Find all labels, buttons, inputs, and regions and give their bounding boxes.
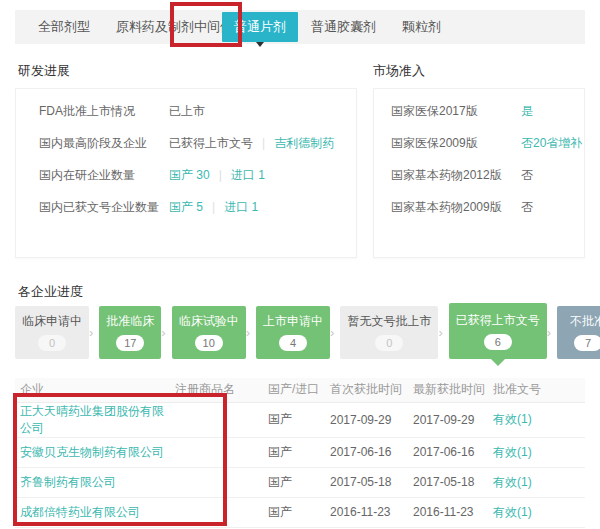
progress-step-wrap: 临床试验中 10 [161, 306, 245, 359]
company-link[interactable]: 成都倍特药业有限公司 [20, 505, 140, 519]
progress-step-count-badge: 0 [375, 335, 403, 351]
col-header-origin: 国产/进口 [268, 378, 330, 402]
in-research-imported-link[interactable]: 进口 1 [231, 167, 265, 184]
col-header-company: 企业 [15, 378, 175, 402]
latest-approval-cell: 2016-11-23 [413, 497, 493, 527]
license-link[interactable]: 有效(1) [493, 445, 532, 459]
first-approval-cell: 2016-11-23 [330, 497, 413, 527]
nrdl-2017-label: 国家医保2017版 [391, 103, 521, 120]
first-approval-cell: 2017-09-29 [330, 402, 413, 437]
licensed-imported-link[interactable]: 进口 1 [224, 199, 258, 216]
progress-step-wrap: 批准临床 17 [89, 306, 161, 359]
col-header-latest-approval: 最新获批时间 [413, 378, 493, 402]
eml-2009-value: 否 [521, 199, 533, 216]
rnd-progress-panel: FDA批准上市情况 已上市 国内最高阶段及企业 已获得上市文号 | 吉利德制药 … [15, 88, 357, 258]
dosage-form-tab[interactable]: 普通片剂 [222, 12, 298, 42]
nrdl-2009-value[interactable]: 否20省增补 [521, 135, 582, 152]
progress-step-count-badge: 0 [38, 335, 66, 351]
progress-step[interactable]: 临床试验中 10 [172, 306, 246, 359]
in-research-domestic-link[interactable]: 国产 30 [169, 167, 210, 184]
fda-status-row: FDA批准上市情况 已上市 [16, 95, 356, 127]
fda-status-value: 已上市 [169, 103, 205, 120]
table-row: 正大天晴药业集团股份有限公司 国产 2017-09-29 2017-09-29 … [15, 402, 585, 437]
fda-status-label: FDA批准上市情况 [39, 103, 169, 120]
license-link[interactable]: 有效(1) [493, 475, 532, 489]
in-research-count-label: 国内在研企业数量 [39, 167, 169, 184]
eml-2009-row: 国家基本药物2009版 否 [374, 191, 584, 223]
rnd-progress-title: 研发进展 [18, 62, 70, 80]
progress-step-count-badge: 10 [195, 335, 223, 351]
progress-step[interactable]: 已获得上市文号 6 [449, 303, 547, 359]
divider: | [262, 136, 265, 150]
eml-2012-label: 国家基本药物2012版 [391, 167, 521, 184]
license-link[interactable]: 有效(1) [493, 412, 532, 426]
dosage-form-tab[interactable]: 颗粒剂 [389, 18, 454, 36]
brand-cell [175, 497, 268, 527]
progress-step-wrap: 不批准 7 [547, 306, 600, 359]
progress-step-label: 临床试验中 [179, 313, 239, 330]
progress-step[interactable]: 批准临床 17 [99, 306, 161, 359]
licensed-domestic-link[interactable]: 国产 5 [169, 199, 203, 216]
company-progress-title: 各企业进度 [18, 283, 83, 301]
progress-step-label: 批准临床 [106, 313, 154, 330]
origin-cell: 国产 [268, 437, 330, 467]
progress-step-wrap: 暂无文号批上市 0 [330, 306, 438, 359]
progress-step[interactable]: 上市申请中 4 [256, 306, 330, 359]
nrdl-2009-label: 国家医保2009版 [391, 135, 521, 152]
col-header-brand: 注册商品名 [175, 378, 268, 402]
domestic-stage-row: 国内最高阶段及企业 已获得上市文号 | 吉利德制药 [16, 127, 356, 159]
latest-approval-cell: 2017-06-16 [413, 437, 493, 467]
progress-step-bar: 临床申请中 0 批准临床 17 临床试验中 10 上市申请中 4 [15, 306, 593, 359]
company-link[interactable]: 齐鲁制药有限公司 [20, 475, 116, 489]
dosage-form-tab[interactable]: 普通胶囊剂 [298, 18, 389, 36]
brand-cell [175, 402, 268, 437]
progress-step[interactable]: 暂无文号批上市 0 [340, 306, 438, 359]
latest-approval-cell: 2017-09-29 [413, 402, 493, 437]
eml-2012-value: 否 [521, 167, 533, 184]
table-row: 齐鲁制药有限公司 国产 2017-05-18 2017-05-18 有效(1) [15, 467, 585, 497]
origin-cell: 国产 [268, 497, 330, 527]
first-approval-cell: 2017-05-18 [330, 467, 413, 497]
progress-step-count-badge: 7 [574, 335, 600, 351]
license-link[interactable]: 有效(1) [493, 505, 532, 519]
col-header-first-approval: 首次获批时间 [330, 378, 413, 402]
licensed-count-row: 国内已获文号企业数量 国产 5 | 进口 1 [16, 191, 356, 223]
brand-cell [175, 467, 268, 497]
eml-2009-label: 国家基本药物2009版 [391, 199, 521, 216]
table-header-row: 企业 注册商品名 国产/进口 首次获批时间 最新获批时间 批准文号 [15, 378, 585, 402]
divider: | [212, 200, 215, 214]
progress-step-label: 暂无文号批上市 [347, 313, 431, 330]
col-header-license: 批准文号 [493, 378, 585, 402]
progress-step-label: 不批准 [564, 313, 600, 330]
market-access-title: 市场准入 [373, 62, 425, 80]
progress-step-label: 上市申请中 [263, 313, 323, 330]
first-approval-cell: 2017-06-16 [330, 437, 413, 467]
table-row: 安徽贝克生物制药有限公司 国产 2017-06-16 2017-06-16 有效… [15, 437, 585, 467]
domestic-stage-label: 国内最高阶段及企业 [39, 135, 169, 152]
licensed-count-label: 国内已获文号企业数量 [39, 199, 169, 216]
market-access-panel: 国家医保2017版 是 国家医保2009版 否20省增补 国家基本药物2012版… [373, 88, 585, 258]
brand-cell [175, 437, 268, 467]
progress-step[interactable]: 不批准 7 [557, 306, 600, 359]
progress-step-label: 临床申请中 [22, 313, 82, 330]
progress-step-count-badge: 4 [279, 335, 307, 351]
nrdl-2017-value[interactable]: 是 [521, 103, 533, 120]
company-link[interactable]: 安徽贝克生物制药有限公司 [20, 445, 164, 459]
dosage-form-tab[interactable]: 全部剂型 [25, 18, 103, 36]
progress-step-count-badge: 6 [484, 334, 512, 350]
company-link[interactable]: 正大天晴药业集团股份有限公司 [20, 404, 164, 435]
eml-2012-row: 国家基本药物2012版 否 [374, 159, 584, 191]
progress-step-wrap: 临床申请中 0 [15, 306, 89, 359]
table-row: 成都倍特药业有限公司 国产 2016-11-23 2016-11-23 有效(1… [15, 497, 585, 527]
latest-approval-cell: 2017-05-18 [413, 467, 493, 497]
domestic-stage-value: 已获得上市文号 [169, 135, 253, 152]
domestic-stage-company-link[interactable]: 吉利德制药 [274, 135, 334, 152]
origin-cell: 国产 [268, 467, 330, 497]
dosage-form-tabbar: 全部剂型 原料药及制剂中间体 普通片剂 普通胶囊剂 颗粒剂 [15, 10, 585, 44]
progress-step[interactable]: 临床申请中 0 [15, 306, 89, 359]
progress-step-count-badge: 17 [116, 335, 144, 351]
divider: | [219, 168, 222, 182]
nrdl-2017-row: 国家医保2017版 是 [374, 95, 584, 127]
nrdl-2009-row: 国家医保2009版 否20省增补 [374, 127, 584, 159]
progress-step-wrap: 上市申请中 4 [246, 306, 330, 359]
